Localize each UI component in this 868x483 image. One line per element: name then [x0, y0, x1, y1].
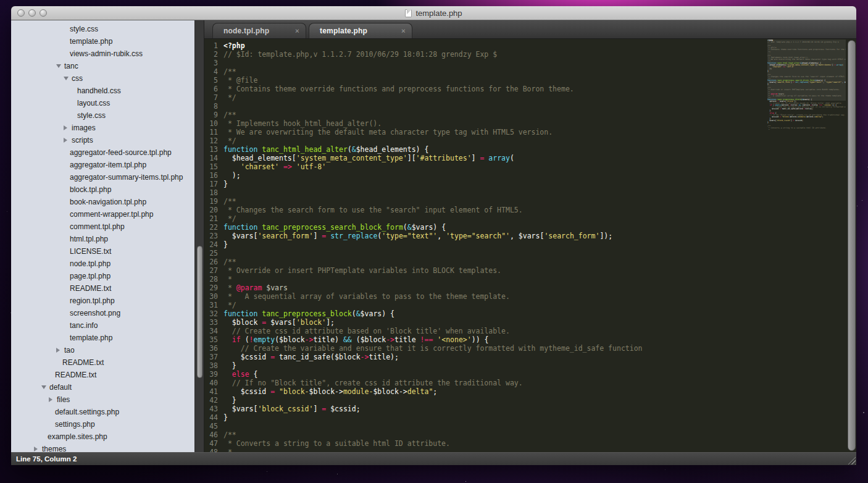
disclosure-triangle-collapsed-icon[interactable] [64, 138, 69, 143]
code-line[interactable]: 31 */ [204, 301, 856, 309]
tab-close-icon[interactable]: × [401, 27, 406, 35]
tree-folder-images[interactable]: images [11, 122, 194, 134]
tab-node.tpl.php[interactable]: node.tpl.php× [212, 23, 306, 38]
tree-file-aggregator-feed-source.tpl.php[interactable]: aggregator-feed-source.tpl.php [11, 146, 194, 159]
code-line[interactable]: 38 } [204, 361, 856, 370]
tree-file-aggregator-summary-items.tpl.php[interactable]: aggregator-summary-items.tpl.php [11, 171, 194, 183]
tab-close-icon[interactable]: × [295, 27, 299, 35]
zoom-window-button[interactable] [40, 9, 47, 17]
code-line[interactable]: 32function tanc_preprocess_block(&$vars)… [204, 309, 856, 318]
code-line[interactable]: 19/** [204, 197, 856, 206]
code-line[interactable]: 14 $head_elements['system_meta_content_t… [204, 154, 856, 162]
code-line[interactable]: 35 if (!empty($block->title) && ($block-… [204, 335, 856, 344]
code-line[interactable]: 11 * We are overwriting the default meta… [204, 128, 856, 136]
tree-file-template.php[interactable]: template.php [11, 332, 194, 344]
code-line[interactable]: 17} [204, 180, 856, 188]
code-line[interactable]: 47 * Converts a string to a suitable htm… [204, 439, 856, 448]
code-line[interactable]: 33 $block = $vars['block']; [204, 318, 856, 327]
tree-file-node.tpl.php[interactable]: node.tpl.php [11, 258, 194, 270]
tree-file-comment.tpl.php[interactable]: comment.tpl.php [11, 220, 194, 233]
code-line[interactable]: 7 */ [204, 93, 856, 102]
code-line[interactable]: 5 * @file [204, 76, 856, 85]
tree-file-settings.php[interactable]: settings.php [11, 418, 194, 430]
editor-scrollbar-track[interactable] [848, 40, 856, 451]
tree-file-example.sites.php[interactable]: example.sites.php [11, 430, 194, 443]
code-line[interactable]: 8 [204, 102, 856, 111]
code-line[interactable]: 39 else { [204, 370, 856, 379]
tree-file-tanc.info[interactable]: tanc.info [11, 319, 194, 332]
code-line[interactable]: 10 * Implements hook_html_head_alter(). [204, 119, 856, 128]
tree-folder-files[interactable]: files [11, 393, 194, 406]
code-line[interactable]: 1<?php [204, 41, 856, 50]
code-line[interactable]: 15 'charset' => 'utf-8' [204, 162, 856, 171]
tree-folder-css[interactable]: css [11, 72, 194, 85]
tree-folder-tanc[interactable]: tanc [11, 60, 194, 72]
tree-file-comment-wrapper.tpl.php[interactable]: comment-wrapper.tpl.php [11, 208, 194, 220]
disclosure-triangle-collapsed-icon[interactable] [64, 125, 69, 130]
code-line[interactable]: 24} [204, 240, 856, 249]
code-line[interactable]: 40 // If no "Block title", create css id… [204, 379, 856, 387]
code-line[interactable]: 34 // Create css id attribute based on '… [204, 327, 856, 335]
code-line[interactable]: 48 * [204, 448, 856, 452]
sidebar-scrollbar-track[interactable] [194, 20, 204, 452]
tree-file-region.tpl.php[interactable]: region.tpl.php [11, 295, 194, 307]
code-line[interactable]: 12 */ [204, 136, 856, 145]
code-line[interactable]: 23 $vars['search_form'] = str_replace('t… [204, 232, 856, 240]
code-line[interactable]: 43 $vars['block_cssid'] = $cssid; [204, 405, 856, 413]
tree-file-screenshot.png[interactable]: screenshot.png [11, 307, 194, 319]
minimize-window-button[interactable] [28, 9, 36, 17]
code-line[interactable]: 16 ); [204, 171, 856, 180]
editor-scrollbar-thumb[interactable] [848, 40, 856, 451]
code-line[interactable]: 2// $Id: template.php,v 1.1.2.7 2010/06/… [204, 50, 856, 59]
disclosure-triangle-collapsed-icon[interactable] [49, 397, 54, 402]
tree-file-book-navigation.tpl.php[interactable]: book-navigation.tpl.php [11, 196, 194, 208]
resize-grip[interactable] [845, 454, 856, 464]
minimap-viewport-indicator[interactable] [767, 40, 846, 101]
tree-file-handheld.css[interactable]: handheld.css [11, 85, 194, 97]
disclosure-triangle-collapsed-icon[interactable] [34, 447, 40, 452]
code-line[interactable]: 3 [204, 59, 856, 67]
code-line[interactable]: 9/** [204, 111, 856, 119]
code-line[interactable]: 28 * [204, 275, 856, 284]
tab-template.php[interactable]: template.php× [309, 23, 412, 38]
tree-file-README.txt[interactable]: README.txt [11, 369, 194, 381]
code-line[interactable]: 41 $cssid = "block-$block->module-$block… [204, 387, 856, 396]
code-editor[interactable]: 1<?php2// $Id: template.php,v 1.1.2.7 20… [204, 39, 856, 452]
tree-file-template.php[interactable]: template.php [11, 35, 194, 48]
tree-folder-tao[interactable]: tao [11, 344, 194, 356]
tree-file-style.css[interactable]: style.css [11, 109, 194, 122]
code-line[interactable]: 6 * Contains theme override functions an… [204, 85, 856, 93]
title-bar[interactable]: template.php [11, 6, 856, 20]
disclosure-triangle-expanded-icon[interactable] [41, 385, 47, 389]
code-line[interactable]: 36 // Create the variable and ensure tha… [204, 344, 856, 353]
tree-file-views-admin-rubik.css[interactable]: views-admin-rubik.css [11, 48, 194, 60]
disclosure-triangle-expanded-icon[interactable] [56, 64, 62, 68]
tree-file-README.txt[interactable]: README.txt [11, 282, 194, 295]
tree-file-block.tpl.php[interactable]: block.tpl.php [11, 183, 194, 196]
tree-file-README.txt[interactable]: README.txt [11, 356, 194, 369]
tree-file-LICENSE.txt[interactable]: LICENSE.txt [11, 245, 194, 258]
code-line[interactable]: 27 * Override or insert PHPTemplate vari… [204, 266, 856, 275]
code-line[interactable]: 46/** [204, 430, 856, 439]
code-line[interactable]: 45 [204, 422, 856, 430]
code-line[interactable]: 26/** [204, 258, 856, 266]
code-line[interactable]: 4/** [204, 67, 856, 76]
code-line[interactable]: 44} [204, 413, 856, 422]
sidebar-scrollbar-thumb[interactable] [197, 246, 202, 378]
tree-file-aggregator-item.tpl.php[interactable]: aggregator-item.tpl.php [11, 159, 194, 171]
disclosure-triangle-expanded-icon[interactable] [64, 77, 69, 80]
code-line[interactable]: 42 } [204, 396, 856, 405]
code-line[interactable]: 30 * A sequential array of variables to … [204, 292, 856, 301]
tree-file-style.css[interactable]: style.css [11, 23, 194, 35]
tree-file-page.tpl.php[interactable]: page.tpl.php [11, 270, 194, 282]
close-window-button[interactable] [17, 9, 25, 17]
code-line[interactable]: 21 */ [204, 214, 856, 223]
tree-folder-themes[interactable]: themes [11, 443, 194, 452]
code-line[interactable]: 13function tanc_html_head_alter(&$head_e… [204, 145, 856, 154]
code-line[interactable]: 25 [204, 249, 856, 258]
tree-folder-default[interactable]: default [11, 381, 194, 393]
code-line[interactable]: 22function tanc_preprocess_search_block_… [204, 223, 856, 232]
tree-file-html.tpl.php[interactable]: html.tpl.php [11, 233, 194, 245]
code-line[interactable]: 20 * Changes the search form to use the … [204, 206, 856, 214]
code-line[interactable]: 37 $cssid = tanc_id_safe($block->title); [204, 353, 856, 361]
